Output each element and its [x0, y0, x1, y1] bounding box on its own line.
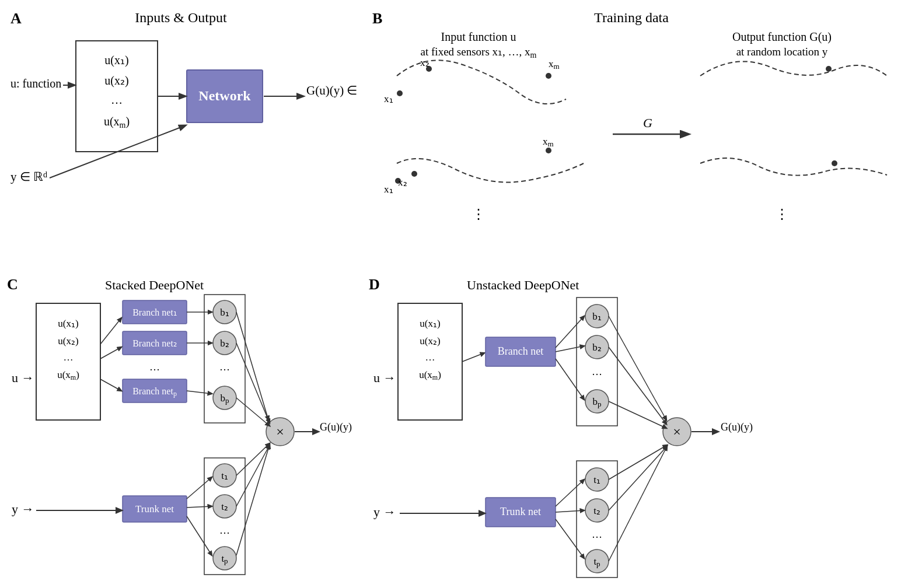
label-x2-bot: x₂ — [398, 177, 407, 188]
d-in-2: u(x₂) — [420, 335, 440, 346]
panel-c-label: C — [7, 276, 18, 293]
multiply-label-d: × — [673, 424, 681, 439]
d-t2-label: t₂ — [593, 505, 600, 516]
trunk-net-d-label: Trunk net — [500, 506, 541, 517]
branch-net-1-label: Branch net₁ — [132, 307, 177, 317]
dot-xm-top — [546, 73, 551, 79]
t2-label: t₂ — [221, 501, 228, 512]
panel-b-title: Training data — [594, 10, 669, 25]
network-label: Network — [198, 88, 251, 103]
d-b2-label: b₂ — [592, 342, 602, 353]
panel-d: D Unstacked DeepONet u → u(x₁) u(x₂) … u… — [362, 268, 901, 588]
panel-d-y-label: y → — [373, 505, 396, 519]
d-t-dots: … — [592, 528, 602, 540]
arrow-in-bp — [100, 379, 121, 391]
c-output-label: G(u)(y) — [320, 421, 352, 433]
output-label: G(u)(y) ∈ ℝ — [306, 83, 362, 97]
panel-d-title: Unstacked DeepONet — [467, 278, 579, 292]
dot-xm-bot — [546, 148, 551, 153]
panel-a-title: Inputs & Output — [135, 10, 227, 25]
panel-d-u-label: u → — [373, 370, 396, 385]
c-in-dots: … — [64, 352, 74, 363]
dot-x2-bot — [411, 171, 417, 177]
label-x1-bot: x₁ — [384, 184, 393, 195]
arrow-in-b1 — [100, 318, 121, 344]
input-val-m: u(xm) — [104, 115, 130, 130]
d-in-m: u(xm) — [419, 369, 441, 382]
vdots-left: ⋮ — [472, 206, 486, 222]
panel-b-svg: B Training data Input function u at fixe… — [362, 0, 901, 268]
output-fn-title: Output function G(u) — [732, 30, 832, 44]
d-b-dots: … — [592, 366, 602, 377]
panel-c-y-label: y → — [12, 502, 34, 516]
label-xm-top: xm — [549, 58, 560, 71]
panel-d-svg: D Unstacked DeepONet u → u(x₁) u(x₂) … u… — [362, 268, 901, 588]
y-label: y ∈ ℝd — [11, 170, 47, 184]
arrow-d-in-branch — [462, 353, 484, 362]
panel-a-label: A — [11, 10, 22, 27]
d-b1-label: b₁ — [592, 311, 602, 322]
b-dots: … — [219, 361, 230, 373]
c-in-1: u(x₁) — [58, 318, 78, 329]
input-fn-subtitle: at fixed sensors x₁, …, xm — [421, 46, 537, 60]
d-output-label: G(u)(y) — [721, 421, 753, 433]
b1-label: b₁ — [220, 307, 229, 318]
multiply-label-c: × — [276, 424, 284, 439]
label-x2-top: x₂ — [420, 57, 429, 68]
panel-c-u-label: u → — [12, 370, 34, 385]
branch-net-d-label: Branch net — [498, 345, 543, 357]
arrow-in-b2 — [100, 347, 121, 359]
panel-c-title: Stacked DeepONet — [105, 278, 204, 292]
dot-right-top — [826, 66, 832, 72]
branch-net-2-label: Branch net₂ — [132, 338, 177, 348]
input-val-1: u(x₁) — [104, 54, 128, 67]
panel-c: C Stacked DeepONet u → u(x₁) u(x₂) … u(x… — [0, 268, 362, 588]
d-in-1: u(x₁) — [420, 318, 440, 329]
c-in-2: u(x₂) — [58, 335, 78, 346]
input-val-2: u(x₂) — [104, 74, 128, 88]
c-in-m: u(xm) — [57, 369, 79, 382]
trunk-net-c-label: Trunk net — [135, 503, 174, 514]
panel-d-label: D — [369, 276, 380, 293]
dot-x1-top — [397, 90, 403, 96]
dot-right-bot — [832, 160, 837, 166]
panel-c-svg: C Stacked DeepONet u → u(x₁) u(x₂) … u(x… — [0, 268, 362, 588]
panel-a-svg: A Inputs & Output u(x₁) u(x₂) … u(xm) Ne… — [0, 0, 362, 268]
panel-b-label: B — [372, 10, 382, 27]
label-xm-bot: xm — [543, 136, 554, 148]
branch-dots: … — [149, 361, 160, 373]
d-in-dots: … — [425, 352, 435, 363]
b2-label: b₂ — [220, 338, 229, 349]
vdots-right: ⋮ — [775, 206, 789, 222]
curve-left-bottom — [397, 159, 584, 183]
t1-label: t₁ — [221, 470, 228, 481]
G-label: G — [643, 116, 652, 130]
input-fn-title: Input function u — [441, 30, 516, 44]
output-fn-subtitle: at random location y — [736, 46, 828, 58]
t-dots: … — [219, 524, 230, 536]
panel-a: A Inputs & Output u(x₁) u(x₂) … u(xm) Ne… — [0, 0, 362, 268]
input-val-dots: … — [111, 93, 123, 106]
panel-b: B Training data Input function u at fixe… — [362, 0, 901, 268]
u-function-label: u: function — [11, 77, 61, 90]
label-x1-top: x₁ — [384, 93, 393, 104]
curve-right-bottom — [700, 158, 887, 176]
d-t1-label: t₁ — [593, 474, 600, 485]
curve-right-top — [700, 61, 887, 76]
